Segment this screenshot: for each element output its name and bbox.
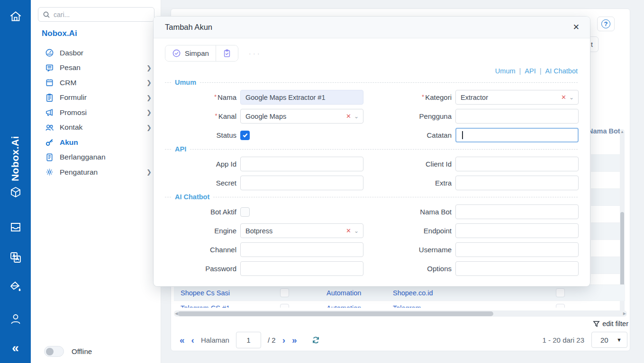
app-id-label: App Id	[165, 160, 236, 168]
client-id-input[interactable]	[455, 157, 579, 171]
scrollbar-thumb[interactable]	[620, 212, 624, 290]
table-row[interactable]	[591, 257, 620, 274]
last-page-button[interactable]: »	[292, 336, 297, 345]
account-kategori-link[interactable]: Automation	[327, 304, 361, 308]
bot-aktif-checkbox[interactable]	[240, 207, 250, 217]
account-kanal-link[interactable]: Shopee.co.id	[393, 289, 433, 297]
table-row[interactable]: Shopee Cs Sasi Automation Shopee.co.id	[174, 284, 625, 301]
sidebar-item-crm[interactable]: CRM ❯	[31, 75, 161, 90]
sidebar-menu: Dasbor Pesan ❯ CRM ❯ Formulir ❯ Promosi …	[31, 45, 161, 180]
username-input[interactable]	[455, 242, 579, 257]
account-kategori-link[interactable]: Automation	[327, 289, 361, 297]
sidebar-item-pesan[interactable]: Pesan ❯	[31, 61, 161, 76]
table-row[interactable]	[591, 138, 620, 155]
account-name-link[interactable]: Telegram CS #1	[181, 304, 230, 308]
nama-input[interactable]	[240, 90, 363, 105]
page-size-select[interactable]: 20 ▼	[591, 332, 627, 348]
modal-title: Tambah Akun	[165, 23, 212, 32]
table-row[interactable]	[591, 206, 620, 223]
table-row[interactable]: Telegram CS #1 Automation Telegram	[174, 301, 625, 308]
nav-tab-umum[interactable]: Umum	[495, 67, 516, 75]
prev-page-button[interactable]: ‹	[191, 336, 194, 345]
contacts-icon	[45, 123, 54, 132]
section-legend-umum: Umum	[165, 79, 578, 86]
kanal-select[interactable]: Google Maps ✕ ⌄	[240, 109, 363, 124]
engine-select[interactable]: Botpress ✕ ⌄	[240, 223, 363, 238]
close-icon[interactable]: ✕	[573, 22, 580, 32]
nama-label: Nama	[165, 93, 236, 101]
sidebar-item-pengaturan[interactable]: Pengaturan ❯	[31, 165, 161, 180]
sidebar-item-dasbor[interactable]: Dasbor	[31, 45, 161, 61]
next-page-button[interactable]: ›	[282, 336, 285, 345]
row-checkbox[interactable]	[556, 304, 565, 308]
sidebar-item-label: Pengaturan	[60, 168, 141, 177]
nama-bot-input[interactable]	[455, 204, 579, 219]
kategori-select[interactable]: Extractor ✕ ⌄	[455, 90, 579, 105]
paint-bucket-icon[interactable]	[0, 280, 31, 293]
extra-input[interactable]	[455, 176, 579, 190]
horizontal-scrollbar[interactable]: ◀ ▶	[174, 310, 627, 317]
page-number-input[interactable]	[236, 332, 261, 348]
table-rows-fragment	[591, 138, 620, 291]
offline-toggle[interactable]	[44, 346, 64, 357]
clear-icon[interactable]: ✕	[346, 227, 351, 234]
password-input[interactable]	[240, 261, 363, 276]
search-input[interactable]	[54, 11, 150, 18]
translate-icon[interactable]	[0, 251, 31, 264]
account-name-link[interactable]: Shopee Cs Sasi	[181, 289, 230, 297]
refresh-button[interactable]	[311, 336, 320, 345]
ai-chatbot-fields: Bot Aktif Nama Bot Engine Botpress ✕ ⌄ E…	[165, 204, 578, 276]
secret-input[interactable]	[240, 176, 363, 190]
sidebar-item-akun[interactable]: Akun	[31, 135, 161, 150]
box-icon[interactable]	[0, 186, 31, 199]
edit-filter-button[interactable]: edit filter	[593, 320, 628, 328]
endpoint-input[interactable]	[455, 223, 579, 238]
clear-icon[interactable]: ✕	[346, 113, 351, 120]
tambah-akun-modal: Tambah Akun ✕ Simpan ··· Umum |	[154, 17, 590, 286]
person-icon[interactable]	[0, 312, 31, 326]
table-row[interactable]	[591, 240, 620, 257]
table-row[interactable]	[591, 189, 620, 206]
kanal-value: Google Maps	[245, 113, 343, 120]
clipboard-check-button[interactable]	[216, 45, 238, 61]
table-row[interactable]	[591, 172, 620, 189]
sidebar-item-promosi[interactable]: Promosi ❯	[31, 105, 161, 120]
catatan-input[interactable]	[455, 128, 579, 142]
help-button[interactable]: ?	[597, 17, 615, 31]
row-checkbox[interactable]	[280, 304, 289, 308]
scrollbar-thumb[interactable]	[178, 311, 493, 316]
filter-icon	[593, 320, 600, 328]
options-input[interactable]	[455, 261, 579, 276]
catatan-label: Catatan	[367, 131, 452, 139]
scroll-up-arrow[interactable]: ▲	[620, 130, 625, 134]
sidebar-search[interactable]	[38, 7, 154, 22]
offline-label: Offline	[72, 347, 92, 355]
save-button[interactable]: Simpan	[165, 45, 216, 61]
table-header-nama-bot: Nama Bot	[588, 127, 620, 135]
inbox-icon[interactable]	[0, 221, 31, 234]
modal-body: Simpan ··· Umum | API | AI Chatbot Umum …	[154, 38, 590, 276]
first-page-button[interactable]: «	[180, 336, 185, 345]
status-checkbox[interactable]	[240, 131, 250, 140]
nav-tab-ai-chatbot[interactable]: AI Chatbot	[545, 67, 578, 75]
home-icon[interactable]	[0, 9, 31, 24]
nav-tab-api[interactable]: API	[525, 67, 535, 75]
collapse-sidebar-icon[interactable]: «	[0, 342, 31, 354]
channel-input[interactable]	[240, 242, 363, 257]
engine-label: Engine	[165, 227, 236, 235]
pengguna-input[interactable]	[455, 109, 579, 124]
legend-label: API	[175, 145, 186, 153]
table-row[interactable]	[591, 223, 620, 240]
sidebar-item-formulir[interactable]: Formulir ❯	[31, 90, 161, 106]
sidebar-item-berlangganan[interactable]: Berlangganan	[31, 150, 161, 165]
scroll-right-arrow[interactable]: ▶	[623, 311, 626, 316]
table-row[interactable]	[591, 155, 620, 172]
app-id-input[interactable]	[240, 157, 363, 171]
row-checkbox[interactable]	[280, 288, 289, 297]
row-checkbox[interactable]	[556, 288, 565, 297]
sidebar-item-kontak[interactable]: Kontak ❯	[31, 120, 161, 135]
clear-icon[interactable]: ✕	[561, 94, 566, 101]
account-kanal-link[interactable]: Telegram	[393, 304, 421, 308]
chevron-down-icon: ⌄	[354, 228, 359, 234]
secret-label: Secret	[165, 179, 236, 187]
